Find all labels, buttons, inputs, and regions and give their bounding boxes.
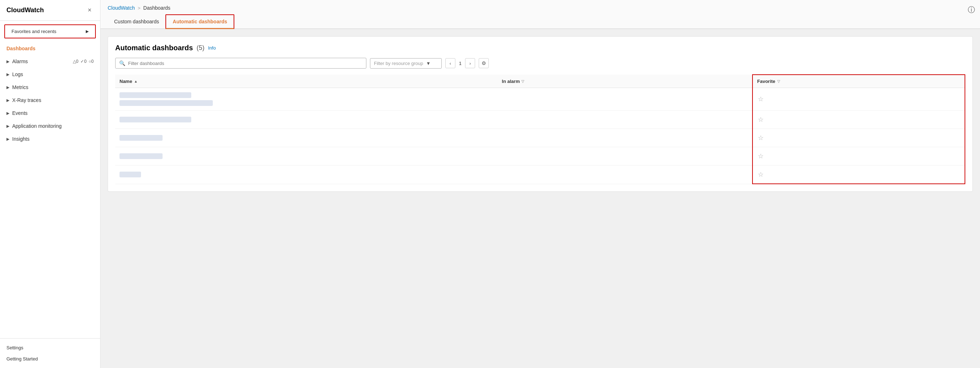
- sidebar-dashboards-label: Dashboards: [6, 46, 35, 51]
- sidebar-item-insights[interactable]: ▶ Insights: [0, 132, 100, 145]
- search-input[interactable]: [128, 61, 363, 66]
- row2-favorite-star-button[interactable]: ☆: [757, 115, 764, 124]
- row4-favorite-cell: ☆: [752, 147, 965, 166]
- sidebar-item-logs[interactable]: ▶ Logs: [0, 68, 100, 81]
- toolbar: 🔍 Filter by resource group ▼ ‹ 1 › ⚙: [115, 58, 965, 69]
- table-settings-button[interactable]: ⚙: [479, 58, 489, 68]
- row2-name-placeholder: [119, 117, 191, 123]
- alarm-triangle-badge: △0: [73, 59, 79, 64]
- sidebar-xray-arrow-icon: ▶: [6, 98, 10, 103]
- dashboard-panel: Automatic dashboards (5) Info 🔍 Filter b…: [108, 36, 973, 192]
- filter-resource-group-dropdown[interactable]: Filter by resource group ▼: [370, 58, 442, 69]
- breadcrumb: CloudWatch > Dashboards: [100, 0, 980, 14]
- sidebar-favorites-arrow-icon: ▶: [86, 29, 89, 34]
- sidebar-item-xray[interactable]: ▶ X-Ray traces: [0, 94, 100, 107]
- row2-name-cell: [115, 111, 498, 129]
- row4-name-cell: [115, 147, 498, 166]
- sidebar-favorites-recents[interactable]: Favorites and recents ▶: [4, 24, 96, 38]
- sidebar-alarms-label: Alarms: [12, 59, 73, 64]
- pagination-prev-button[interactable]: ‹: [445, 58, 455, 68]
- sidebar-close-button[interactable]: ×: [85, 6, 94, 15]
- row5-name-placeholder: [119, 172, 141, 177]
- row3-name-placeholder: [119, 135, 162, 141]
- sidebar-appmon-arrow-icon: ▶: [6, 124, 10, 129]
- sidebar-getting-started-link[interactable]: Getting Started: [0, 353, 100, 365]
- sidebar-item-appmon[interactable]: ▶ Application monitoring: [0, 119, 100, 132]
- th-favorite[interactable]: Favorite ▽: [752, 75, 965, 88]
- table-row: ☆: [115, 129, 965, 147]
- sidebar-header: CloudWatch ×: [0, 0, 100, 21]
- search-wrapper: 🔍: [115, 58, 366, 69]
- sidebar-alarms-arrow-icon: ▶: [6, 59, 10, 64]
- sidebar-item-metrics[interactable]: ▶ Metrics: [0, 81, 100, 94]
- sidebar-logs-label: Logs: [12, 72, 94, 77]
- filter-dropdown-arrow-icon: ▼: [426, 61, 431, 66]
- sidebar-logs-arrow-icon: ▶: [6, 72, 10, 77]
- favorite-sort-desc-icon: ▽: [777, 79, 780, 83]
- dashboards-table: Name ▲ In alarm ▽ Favori: [115, 74, 965, 184]
- sidebar-alarms-badges: △0 ✓0 ○0: [73, 59, 94, 64]
- row4-alarm-cell: [498, 147, 752, 166]
- row5-name-cell: [115, 166, 498, 184]
- row1-name-cell: [115, 88, 498, 111]
- row1-favorite-cell: ☆: [752, 88, 965, 111]
- search-icon: 🔍: [119, 60, 125, 66]
- sidebar-metrics-arrow-icon: ▶: [6, 85, 10, 90]
- breadcrumb-home-link[interactable]: CloudWatch: [108, 5, 135, 11]
- row2-alarm-cell: [498, 111, 752, 129]
- row4-favorite-star-button[interactable]: ☆: [757, 151, 764, 161]
- row3-name-cell: [115, 129, 498, 147]
- row2-favorite-cell: ☆: [752, 111, 965, 129]
- panel-info-link[interactable]: Info: [208, 45, 216, 51]
- tab-custom-dashboards[interactable]: Custom dashboards: [108, 15, 165, 29]
- main-area: CloudWatch > Dashboards Custom dashboard…: [100, 0, 980, 368]
- row1-alarm-cell: [498, 88, 752, 111]
- sidebar-insights-arrow-icon: ▶: [6, 137, 10, 142]
- row3-alarm-cell: [498, 129, 752, 147]
- sidebar-metrics-label: Metrics: [12, 84, 94, 90]
- sidebar-item-dashboards[interactable]: Dashboards: [0, 42, 100, 55]
- breadcrumb-separator: >: [138, 5, 141, 11]
- pagination-next-button[interactable]: ›: [465, 58, 475, 68]
- row3-favorite-star-button[interactable]: ☆: [757, 133, 764, 143]
- alarm-sort-desc-icon: ▽: [522, 79, 524, 83]
- sidebar-events-label: Events: [12, 110, 94, 116]
- row5-favorite-cell: ☆: [752, 166, 965, 184]
- row4-name-placeholder: [119, 153, 162, 159]
- table-row: ☆: [115, 166, 965, 184]
- sidebar-item-alarms[interactable]: ▶ Alarms △0 ✓0 ○0: [0, 55, 100, 68]
- breadcrumb-current: Dashboards: [143, 5, 170, 11]
- row1-name-placeholder: [119, 92, 191, 98]
- tabs-bar: Custom dashboards Automatic dashboards: [100, 14, 980, 29]
- table-row: ☆: [115, 111, 965, 129]
- alarm-ok-badge: ✓0: [80, 59, 86, 64]
- filter-dropdown-label: Filter by resource group: [374, 61, 423, 66]
- sidebar-xray-label: X-Ray traces: [12, 97, 94, 103]
- sidebar-bottom: Settings Getting Started: [0, 338, 100, 368]
- th-alarm[interactable]: In alarm ▽: [498, 75, 752, 88]
- row1-name-placeholder2: [119, 100, 213, 106]
- content-area: Automatic dashboards (5) Info 🔍 Filter b…: [100, 29, 980, 368]
- top-right-info-icon[interactable]: ⓘ: [968, 5, 975, 15]
- pagination-current-page: 1: [458, 61, 463, 66]
- sidebar-events-arrow-icon: ▶: [6, 111, 10, 116]
- row3-favorite-cell: ☆: [752, 129, 965, 147]
- sidebar-item-events[interactable]: ▶ Events: [0, 107, 100, 119]
- sidebar-insights-label: Insights: [12, 136, 94, 142]
- sidebar-settings-link[interactable]: Settings: [0, 342, 100, 353]
- th-name[interactable]: Name ▲: [115, 75, 498, 88]
- pagination: ‹ 1 ›: [445, 58, 475, 68]
- row5-favorite-star-button[interactable]: ☆: [757, 170, 764, 179]
- alarm-insufficient-badge: ○0: [89, 59, 94, 64]
- row5-alarm-cell: [498, 166, 752, 184]
- tab-automatic-dashboards[interactable]: Automatic dashboards: [165, 14, 234, 29]
- sidebar-title: CloudWatch: [6, 6, 44, 14]
- sidebar-favorites-label: Favorites and recents: [11, 29, 56, 34]
- table-row: ☆: [115, 88, 965, 111]
- panel-count: (5): [197, 44, 205, 52]
- sidebar: CloudWatch × Favorites and recents ▶ Das…: [0, 0, 100, 368]
- name-sort-asc-icon: ▲: [134, 79, 137, 83]
- panel-header: Automatic dashboards (5) Info: [115, 44, 965, 52]
- sidebar-appmon-label: Application monitoring: [12, 123, 94, 129]
- row1-favorite-star-button[interactable]: ☆: [757, 94, 764, 104]
